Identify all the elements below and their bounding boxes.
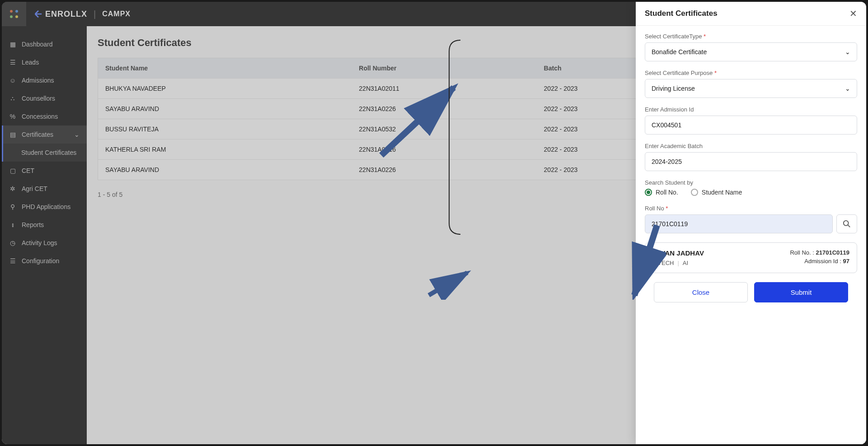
input-batch[interactable] <box>645 152 857 171</box>
label-cert-type: Select CertificateType * <box>645 33 857 40</box>
input-admission-id[interactable] <box>645 116 857 135</box>
svg-line-5 <box>848 225 850 228</box>
search-icon <box>843 220 851 228</box>
select-cert-type[interactable]: Bonafide Certificate⌄ <box>645 42 857 61</box>
label-search-by: Search Student by <box>645 179 857 186</box>
search-button[interactable] <box>836 214 857 233</box>
label-admission-id: Enter Admission Id <box>645 106 857 113</box>
close-button[interactable]: Close <box>654 282 748 302</box>
certificate-drawer: Student Certificates ✕ Select Certificat… <box>636 2 866 444</box>
student-name: PAVAN JADHAV <box>652 249 704 257</box>
select-cert-purpose[interactable]: Driving License⌄ <box>645 79 857 98</box>
chevron-down-icon: ⌄ <box>845 48 850 56</box>
student-result-card[interactable]: PAVAN JADHAV B TECH|AI Roll No. : 21701C… <box>645 242 857 273</box>
label-roll-no: Roll No * <box>645 205 857 212</box>
label-batch: Enter Academic Batch <box>645 143 857 149</box>
label-cert-purpose: Select Certificate Purpose * <box>645 70 857 76</box>
chevron-down-icon: ⌄ <box>845 85 850 92</box>
submit-button[interactable]: Submit <box>754 282 848 302</box>
radio-student-name[interactable]: Student Name <box>691 189 742 196</box>
radio-roll-no[interactable]: Roll No. <box>645 189 678 196</box>
drawer-title: Student Certificates <box>645 9 718 18</box>
svg-point-4 <box>844 221 849 226</box>
close-icon[interactable]: ✕ <box>849 8 857 19</box>
input-roll-no[interactable] <box>645 214 833 233</box>
